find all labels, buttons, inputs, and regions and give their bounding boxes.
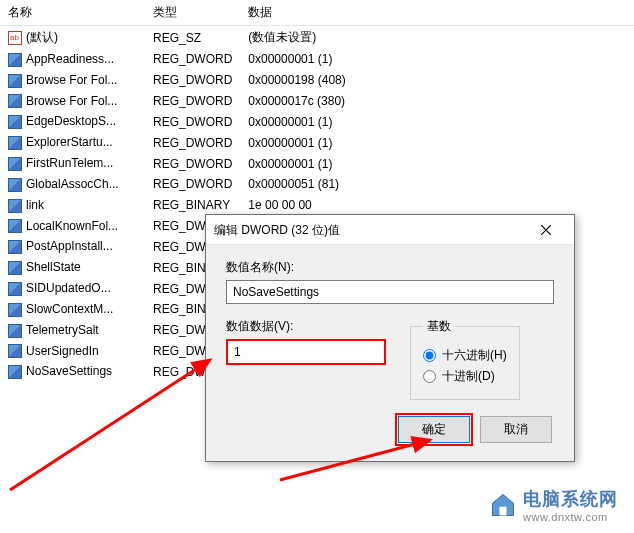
column-data[interactable]: 数据 xyxy=(240,0,634,26)
value-name: FirstRunTelem... xyxy=(26,156,113,170)
binary-value-icon xyxy=(8,74,22,88)
value-data: 1e 00 00 00 xyxy=(240,195,634,216)
dialog-title-text: 编辑 DWORD (32 位)值 xyxy=(214,215,340,245)
table-row[interactable]: EdgeDesktopS...REG_DWORD0x00000001 (1) xyxy=(0,111,634,132)
value-data: 0x00000001 (1) xyxy=(240,49,634,70)
value-name: TelemetrySalt xyxy=(26,323,99,337)
binary-value-icon xyxy=(8,261,22,275)
value-data: 0x00000051 (81) xyxy=(240,174,634,195)
value-data: 0x00000001 (1) xyxy=(240,111,634,132)
binary-value-icon xyxy=(8,365,22,379)
binary-value-icon xyxy=(8,303,22,317)
value-name-label: 数值名称(N): xyxy=(226,259,554,276)
value-name: SIDUpdatedO... xyxy=(26,281,111,295)
table-row[interactable]: Browse For Fol...REG_DWORD0x00000198 (40… xyxy=(0,70,634,91)
binary-value-icon xyxy=(8,240,22,254)
value-name: Browse For Fol... xyxy=(26,73,117,87)
value-name: link xyxy=(26,198,44,212)
value-data-label: 数值数据(V): xyxy=(226,318,386,335)
value-data: 0x00000198 (408) xyxy=(240,70,634,91)
value-data: 0x0000017c (380) xyxy=(240,91,634,112)
watermark-url: www.dnxtw.com xyxy=(523,511,618,523)
house-icon xyxy=(489,491,517,519)
value-name: (默认) xyxy=(26,30,58,44)
radix-group: 基数 十六进制(H) 十进制(D) xyxy=(410,318,520,400)
value-type: REG_DWORD xyxy=(145,153,240,174)
table-row[interactable]: (默认)REG_SZ(数值未设置) xyxy=(0,26,634,50)
binary-value-icon xyxy=(8,94,22,108)
value-type: REG_DWORD xyxy=(145,174,240,195)
binary-value-icon xyxy=(8,115,22,129)
watermark-text: 电脑系统网 xyxy=(523,487,618,511)
value-data-input[interactable] xyxy=(226,339,386,365)
value-name: NoSaveSettings xyxy=(26,364,112,378)
value-data: (数值未设置) xyxy=(240,26,634,50)
radix-hex-radio[interactable] xyxy=(423,349,436,362)
binary-value-icon xyxy=(8,324,22,338)
value-type: REG_SZ xyxy=(145,26,240,50)
column-name[interactable]: 名称 xyxy=(0,0,145,26)
value-type: REG_DWORD xyxy=(145,91,240,112)
table-row[interactable]: GlobalAssocCh...REG_DWORD0x00000051 (81) xyxy=(0,174,634,195)
dialog-titlebar: 编辑 DWORD (32 位)值 xyxy=(206,215,574,245)
binary-value-icon xyxy=(8,282,22,296)
binary-value-icon xyxy=(8,219,22,233)
value-name: AppReadiness... xyxy=(26,52,114,66)
value-type: REG_DWORD xyxy=(145,111,240,132)
value-name: SlowContextM... xyxy=(26,302,113,316)
close-icon xyxy=(541,225,551,235)
table-row[interactable]: FirstRunTelem...REG_DWORD0x00000001 (1) xyxy=(0,153,634,174)
radix-dec-label: 十进制(D) xyxy=(442,368,495,385)
table-row[interactable]: Browse For Fol...REG_DWORD0x0000017c (38… xyxy=(0,91,634,112)
binary-value-icon xyxy=(8,53,22,67)
close-button[interactable] xyxy=(526,218,566,242)
string-value-icon xyxy=(8,31,22,45)
radix-legend: 基数 xyxy=(423,318,455,335)
radix-dec-option[interactable]: 十进制(D) xyxy=(423,368,507,385)
watermark: 电脑系统网 www.dnxtw.com xyxy=(489,487,618,523)
binary-value-icon xyxy=(8,157,22,171)
radix-hex-label: 十六进制(H) xyxy=(442,347,507,364)
value-name: ShellState xyxy=(26,260,81,274)
binary-value-icon xyxy=(8,178,22,192)
value-name: ExplorerStartu... xyxy=(26,135,113,149)
cancel-button[interactable]: 取消 xyxy=(480,416,552,443)
column-type[interactable]: 类型 xyxy=(145,0,240,26)
value-name: UserSignedIn xyxy=(26,344,99,358)
value-name-input[interactable] xyxy=(226,280,554,304)
radix-hex-option[interactable]: 十六进制(H) xyxy=(423,347,507,364)
value-name: PostAppInstall... xyxy=(26,239,113,253)
svg-rect-2 xyxy=(500,507,507,516)
value-name: Browse For Fol... xyxy=(26,94,117,108)
binary-value-icon xyxy=(8,136,22,150)
ok-button[interactable]: 确定 xyxy=(398,416,470,443)
value-name: EdgeDesktopS... xyxy=(26,114,116,128)
table-row[interactable]: AppReadiness...REG_DWORD0x00000001 (1) xyxy=(0,49,634,70)
radix-dec-radio[interactable] xyxy=(423,370,436,383)
value-type: REG_DWORD xyxy=(145,132,240,153)
value-data: 0x00000001 (1) xyxy=(240,132,634,153)
table-row[interactable]: linkREG_BINARY1e 00 00 00 xyxy=(0,195,634,216)
value-data: 0x00000001 (1) xyxy=(240,153,634,174)
value-name: GlobalAssocCh... xyxy=(26,177,119,191)
table-row[interactable]: ExplorerStartu...REG_DWORD0x00000001 (1) xyxy=(0,132,634,153)
binary-value-icon xyxy=(8,199,22,213)
binary-value-icon xyxy=(8,344,22,358)
value-type: REG_DWORD xyxy=(145,49,240,70)
value-type: REG_DWORD xyxy=(145,70,240,91)
edit-dword-dialog: 编辑 DWORD (32 位)值 数值名称(N): 数值数据(V): 基数 十六… xyxy=(205,214,575,462)
value-name: LocalKnownFol... xyxy=(26,219,118,233)
value-type: REG_BINARY xyxy=(145,195,240,216)
